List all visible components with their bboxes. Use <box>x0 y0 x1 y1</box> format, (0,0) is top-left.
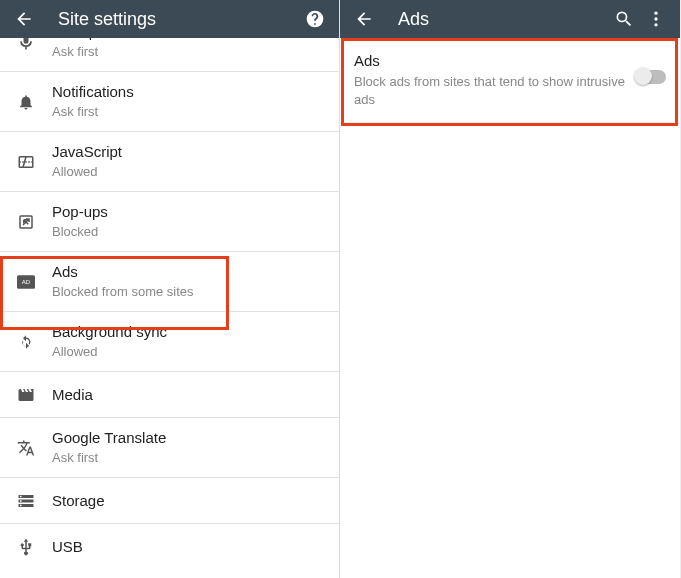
setting-label: Notifications <box>52 82 327 102</box>
svg-text:AD: AD <box>22 279 31 285</box>
setting-texts: Pop-ups Blocked <box>52 202 339 240</box>
back-arrow-icon[interactable] <box>12 7 36 31</box>
setting-texts: Google Translate Ask first <box>52 428 339 466</box>
site-settings-title: Site settings <box>58 9 299 30</box>
setting-label: Storage <box>52 491 327 511</box>
setting-sub: Blocked <box>52 224 327 241</box>
site-settings-pane: Site settings Microphone Ask first Notif… <box>0 0 340 578</box>
bell-icon <box>0 93 52 111</box>
js-icon <box>0 153 52 171</box>
setting-sub: Blocked from some sites <box>52 284 327 301</box>
setting-label: JavaScript <box>52 142 327 162</box>
ads-toggle-row[interactable]: Ads Block ads from sites that tend to sh… <box>340 38 680 123</box>
setting-row-javascript[interactable]: JavaScript Allowed <box>0 132 339 192</box>
setting-texts: Ads Blocked from some sites <box>52 262 339 300</box>
setting-sub: Allowed <box>52 344 327 361</box>
setting-texts: USB <box>52 537 339 557</box>
setting-sub: Ask first <box>52 450 327 467</box>
svg-point-6 <box>654 23 657 26</box>
setting-row-popups[interactable]: Pop-ups Blocked <box>0 192 339 252</box>
ads-texts: Ads Block ads from sites that tend to sh… <box>354 52 636 108</box>
setting-label: Microphone <box>52 38 327 42</box>
help-icon[interactable] <box>303 7 327 31</box>
setting-label: Pop-ups <box>52 202 327 222</box>
popup-icon <box>0 213 52 231</box>
search-icon[interactable] <box>612 7 636 31</box>
setting-row-microphone[interactable]: Microphone Ask first <box>0 38 339 72</box>
setting-row-background-sync[interactable]: Background sync Allowed <box>0 312 339 372</box>
svg-point-5 <box>654 17 657 20</box>
setting-row-media[interactable]: Media <box>0 372 339 418</box>
storage-icon <box>0 492 52 510</box>
sync-icon <box>0 333 52 351</box>
back-arrow-icon[interactable] <box>352 7 376 31</box>
setting-label: Ads <box>52 262 327 282</box>
setting-sub: Ask first <box>52 44 327 61</box>
translate-icon <box>0 439 52 457</box>
setting-texts: Media <box>52 385 339 405</box>
media-icon <box>0 386 52 404</box>
setting-row-notifications[interactable]: Notifications Ask first <box>0 72 339 132</box>
setting-label: USB <box>52 537 327 557</box>
ads-settings-pane: Ads Ads Block ads from sites that tend t… <box>340 0 680 578</box>
setting-texts: Notifications Ask first <box>52 82 339 120</box>
ads-toggle-switch[interactable] <box>636 70 666 84</box>
setting-texts: Storage <box>52 491 339 511</box>
ads-header: Ads <box>340 0 680 38</box>
setting-texts: Background sync Allowed <box>52 322 339 360</box>
ads-description: Block ads from sites that tend to show i… <box>354 73 626 108</box>
setting-row-ads[interactable]: AD Ads Blocked from some sites <box>0 252 339 312</box>
site-settings-list: Microphone Ask first Notifications Ask f… <box>0 38 339 578</box>
setting-sub: Ask first <box>52 104 327 121</box>
ads-title: Ads <box>354 52 626 69</box>
setting-sub: Allowed <box>52 164 327 181</box>
setting-row-usb[interactable]: USB <box>0 524 339 570</box>
setting-label: Google Translate <box>52 428 327 448</box>
setting-texts: JavaScript Allowed <box>52 142 339 180</box>
setting-label: Media <box>52 385 327 405</box>
site-settings-header: Site settings <box>0 0 339 38</box>
setting-texts: Microphone Ask first <box>52 38 339 61</box>
ads-header-title: Ads <box>398 9 608 30</box>
svg-point-4 <box>654 12 657 15</box>
ads-icon: AD <box>0 275 52 289</box>
usb-icon <box>0 538 52 556</box>
more-vert-icon[interactable] <box>644 7 668 31</box>
mic-icon <box>0 38 52 52</box>
setting-label: Background sync <box>52 322 327 342</box>
setting-row-google-translate[interactable]: Google Translate Ask first <box>0 418 339 478</box>
setting-row-storage[interactable]: Storage <box>0 478 339 524</box>
